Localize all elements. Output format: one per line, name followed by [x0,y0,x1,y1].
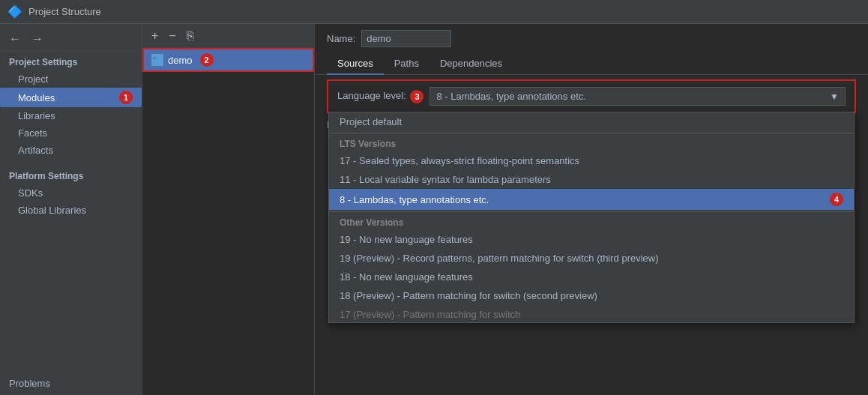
tab-sources[interactable]: Sources [327,53,384,75]
name-label: Name: [327,33,355,44]
dropdown-item-19-preview[interactable]: 19 (Preview) - Record patterns, pattern … [329,249,854,268]
selected-level-text: 8 - Lambdas, type annotations etc. [436,91,585,102]
dropdown-item-18-preview[interactable]: 18 (Preview) - Pattern matching for swit… [329,286,854,305]
name-input[interactable] [361,30,451,47]
module-folder-icon [151,54,163,66]
sidebar-toolbar: ← → [0,27,142,51]
svg-rect-1 [152,57,157,59]
tabs-row: Sources Paths Dependencies [315,53,868,75]
module-name: demo [168,55,193,66]
main-layout: ← → Project Settings Project Modules 1 L… [0,24,868,395]
module-panel: + − ⎘ demo 2 [142,24,315,395]
dropdown-item-project-default[interactable]: Project default [329,112,854,131]
module-toolbar: + − ⎘ [142,24,314,48]
dropdown-header-lts: LTS Versions [329,135,854,151]
sidebar-item-modules[interactable]: Modules 1 [0,88,142,107]
dropdown-badge-4: 4 [830,193,843,206]
dropdown-item-11-local[interactable]: 11 - Local variable syntax for lambda pa… [329,170,854,189]
tab-paths[interactable]: Paths [384,53,430,75]
language-badge: 3 [410,90,424,103]
dropdown-arrow-icon: ▼ [830,91,839,102]
sidebar-item-facets[interactable]: Facets [0,124,142,142]
add-module-button[interactable]: + [147,28,163,43]
project-settings-section: Project Settings [0,51,142,70]
content-panel: Name: Sources Paths Dependencies Languag… [315,24,868,395]
dropdown-divider-1 [329,133,854,133]
dropdown-item-17-preview[interactable]: 17 (Preview) - Pattern matching for swit… [329,305,854,322]
dropdown-divider-2 [329,211,854,212]
sidebar-item-libraries[interactable]: Libraries [0,107,142,124]
sidebar-item-artifacts[interactable]: Artifacts [0,142,142,159]
copy-module-button[interactable]: ⎘ [182,28,199,43]
back-button[interactable]: ← [4,31,25,46]
sidebar-item-global-libraries[interactable]: Global Libraries [0,202,142,219]
modules-badge: 1 [119,91,133,104]
title-bar-text: Project Structure [28,6,101,17]
sidebar-item-sdks[interactable]: SDKs [0,184,142,202]
dropdown-item-19-no-features[interactable]: 19 - No new language features [329,230,854,249]
language-level-label: Language level: 3 [337,90,424,103]
language-level-row: Language level: 3 8 - Lambdas, type anno… [328,81,855,112]
sidebar: ← → Project Settings Project Modules 1 L… [0,24,142,395]
dropdown-header-other: Other Versions [329,214,854,230]
remove-module-button[interactable]: − [164,28,180,43]
dropdown-item-8-lambdas[interactable]: 8 - Lambdas, type annotations etc. 4 [329,189,854,210]
language-level-container: Language level: 3 8 - Lambdas, type anno… [327,79,856,113]
language-level-dropdown[interactable]: Project default LTS Versions 17 - Sealed… [328,112,855,323]
module-item-demo[interactable]: demo 2 [142,48,314,72]
dropdown-menu-inner: Project default LTS Versions 17 - Sealed… [329,112,854,322]
problems-item[interactable]: Problems [0,372,142,395]
tab-dependencies[interactable]: Dependencies [430,53,513,75]
dropdown-item-18-no-features[interactable]: 18 - No new language features [329,268,854,286]
title-bar: 🔷 Project Structure [0,0,868,24]
forward-button[interactable]: → [27,31,48,46]
platform-settings-section: Platform Settings [0,165,142,184]
module-badge: 2 [200,53,214,67]
sidebar-item-project[interactable]: Project [0,70,142,88]
name-row: Name: [315,24,868,53]
app-icon: 🔷 [7,4,22,19]
dropdown-item-17-sealed[interactable]: 17 - Sealed types, always-strict floatin… [329,151,854,170]
language-level-select[interactable]: 8 - Lambdas, type annotations etc. ▼ [430,87,846,106]
